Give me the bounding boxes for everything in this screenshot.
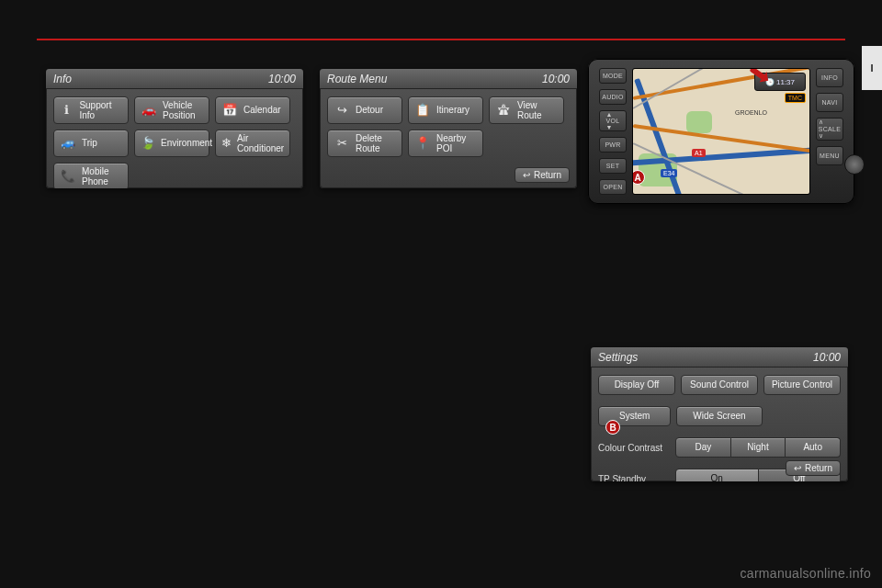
colour-auto[interactable]: Auto <box>786 437 841 458</box>
colour-night[interactable]: Night <box>731 437 786 458</box>
wide-screen-button[interactable]: Wide Screen <box>676 406 762 426</box>
settings-panel: Settings 10:00 Display Off Sound Control… <box>591 347 848 481</box>
trip-icon: 🚙 <box>60 135 76 152</box>
info-btn-label: Calendar <box>243 105 281 116</box>
info-btn-calendar[interactable]: 📅 Calendar <box>215 96 290 124</box>
delete-icon: ✂ <box>334 135 350 152</box>
return-icon: ↩ <box>794 463 801 473</box>
road-shield: A1 <box>692 149 706 157</box>
info-btn-support-info[interactable]: ℹ Support Info <box>53 96 129 124</box>
calendar-icon: 📅 <box>221 102 238 119</box>
info-titlebar: Info 10:00 <box>46 69 303 89</box>
route-icon: 🛣 <box>495 102 512 119</box>
return-label: Return <box>534 170 561 180</box>
info-icon: ℹ <box>60 102 74 119</box>
return-label: Return <box>805 463 832 473</box>
list-icon: 📋 <box>414 102 431 119</box>
tp-standby-label: TP Standby <box>598 474 670 482</box>
info-btn-environment[interactable]: 🍃 Environment <box>134 130 209 157</box>
nav-device: MODE AUDIO ▲ VOL ▼ PWR SET OPEN E34 A1 G… <box>588 59 854 204</box>
route-btn-delete-route[interactable]: ✂ Delete Route <box>327 130 402 157</box>
callout-badge-b: B <box>605 420 620 435</box>
info-btn-air-conditioner[interactable]: ❄ Air Conditioner <box>215 130 290 157</box>
menu-button[interactable]: MENU <box>816 146 843 165</box>
detour-icon: ↪ <box>334 102 350 119</box>
scale-rocker[interactable]: ∧ SCALE ∨ <box>816 118 843 141</box>
car-icon: 🚗 <box>141 102 157 119</box>
map-view[interactable]: E34 A1 GROENLO 🕒11:37 TMC <box>633 69 809 194</box>
settings-title: Settings <box>598 351 638 364</box>
map-clock-value: 11:37 <box>776 78 795 86</box>
route-panel: Route Menu 10:00 ↪ Detour 📋 Itinerary 🛣 … <box>320 69 577 188</box>
info-btn-label: Environment <box>161 138 212 149</box>
header-divider <box>37 39 845 40</box>
display-off-button[interactable]: Display Off <box>598 375 675 395</box>
device-right-buttons: INFO NAVI ∧ SCALE ∨ MENU <box>816 68 843 195</box>
info-btn-label: Support Info <box>79 100 122 121</box>
route-clock: 10:00 <box>542 73 570 85</box>
mode-button[interactable]: MODE <box>599 68 627 84</box>
colour-contrast-label: Colour Contrast <box>598 443 670 453</box>
route-btn-label: Itinerary <box>436 105 469 116</box>
open-button[interactable]: OPEN <box>599 179 627 195</box>
device-screen[interactable]: E34 A1 GROENLO 🕒11:37 TMC A <box>632 68 810 195</box>
dial-area <box>816 171 843 195</box>
snowflake-icon: ❄ <box>221 135 232 152</box>
route-body: ↪ Detour 📋 Itinerary 🛣 View Route ✂ Dele… <box>320 89 577 164</box>
route-btn-view-route[interactable]: 🛣 View Route <box>489 96 564 124</box>
watermark: carmanualsonline.info <box>741 566 872 581</box>
town-label: GROENLO <box>735 109 767 116</box>
phone-icon: 📞 <box>60 168 76 185</box>
route-btn-nearby-poi[interactable]: 📍 Nearby POI <box>408 130 483 157</box>
park-area <box>686 111 712 133</box>
navi-button[interactable]: NAVI <box>816 93 843 112</box>
route-btn-label: Delete Route <box>356 133 382 154</box>
route-btn-label: View Route <box>517 100 542 121</box>
rotary-dial[interactable] <box>844 154 865 175</box>
route-titlebar: Route Menu 10:00 <box>320 69 577 89</box>
page-tab: I <box>862 46 882 90</box>
info-hard-button[interactable]: INFO <box>816 68 843 87</box>
sound-control-button[interactable]: Sound Control <box>681 375 758 395</box>
road-shield: E34 <box>661 169 677 177</box>
poi-icon: 📍 <box>414 135 431 152</box>
route-btn-label: Nearby POI <box>436 133 466 154</box>
info-btn-label: Trip <box>82 138 97 149</box>
return-icon: ↩ <box>523 170 530 180</box>
info-title: Info <box>53 73 72 85</box>
route-btn-detour[interactable]: ↪ Detour <box>327 96 402 124</box>
info-clock: 10:00 <box>268 73 296 85</box>
return-button[interactable]: ↩ Return <box>514 167 570 183</box>
route-title: Route Menu <box>327 73 387 85</box>
leaf-icon: 🍃 <box>141 135 155 152</box>
info-panel: Info 10:00 ℹ Support Info 🚗 Vehicle Posi… <box>46 69 303 188</box>
route-footer: ↩ Return <box>514 167 570 183</box>
info-btn-label: Mobile Phone <box>82 166 108 187</box>
volume-rocker[interactable]: ▲ VOL ▼ <box>599 110 627 131</box>
info-body: ℹ Support Info 🚗 Vehicle Position 📅 Cale… <box>46 89 303 188</box>
tp-on[interactable]: On <box>675 469 759 481</box>
info-btn-label: Vehicle Position <box>163 100 196 121</box>
settings-footer: ↩ Return <box>786 460 841 476</box>
tmc-chip[interactable]: TMC <box>785 93 806 103</box>
info-btn-mobile-phone[interactable]: 📞 Mobile Phone <box>53 163 129 188</box>
info-btn-trip[interactable]: 🚙 Trip <box>53 130 129 157</box>
set-button[interactable]: SET <box>599 158 627 174</box>
return-button[interactable]: ↩ Return <box>786 460 841 476</box>
info-btn-vehicle-position[interactable]: 🚗 Vehicle Position <box>134 96 209 124</box>
route-btn-label: Detour <box>356 105 383 116</box>
info-btn-label: Air Conditioner <box>237 133 284 154</box>
route-btn-itinerary[interactable]: 📋 Itinerary <box>408 96 483 124</box>
settings-clock: 10:00 <box>813 351 841 364</box>
audio-button[interactable]: AUDIO <box>599 89 627 105</box>
settings-titlebar: Settings 10:00 <box>591 347 848 368</box>
power-button[interactable]: PWR <box>599 137 627 153</box>
colour-day[interactable]: Day <box>675 437 731 458</box>
device-left-buttons: MODE AUDIO ▲ VOL ▼ PWR SET OPEN <box>599 68 627 195</box>
picture-control-button[interactable]: Picture Control <box>763 375 841 395</box>
